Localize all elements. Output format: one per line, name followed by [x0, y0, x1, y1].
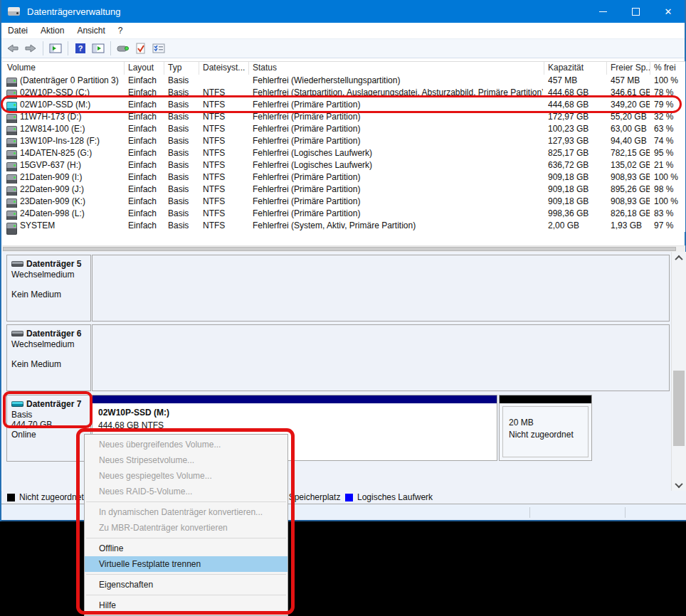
close-button[interactable]: ✕	[652, 0, 685, 23]
cell-layout: Einfach	[128, 87, 164, 99]
table-row[interactable]: 15GVP-637 (H:)EinfachBasisNTFSFehlerfrei…	[2, 159, 685, 171]
column-header-volume[interactable]: Volume	[2, 62, 125, 75]
menu-ansicht[interactable]: Ansicht	[70, 23, 111, 38]
cell-vol: SYSTEM	[20, 220, 123, 232]
cell-cap: 100,23 GB	[548, 123, 606, 135]
cell-typ: Basis	[168, 75, 199, 87]
cell-fs: NTFS	[203, 147, 248, 159]
device-icon[interactable]	[116, 41, 130, 55]
disk6-body[interactable]	[92, 324, 670, 391]
scroll-up-button[interactable]	[672, 252, 686, 264]
scroll-down-button[interactable]	[672, 479, 686, 491]
column-header-layout[interactable]: Layout	[125, 62, 164, 75]
cell-pct: 32 %	[654, 111, 685, 123]
menu-item[interactable]: Virtuelle Festplatte trennen	[85, 556, 287, 572]
column-header-prozent-frei[interactable]: % frei	[650, 62, 685, 75]
column-header-dateisystem[interactable]: Dateisyst...	[199, 62, 249, 75]
table-row[interactable]: 12W814-100 (E:)EinfachBasisNTFSFehlerfre…	[2, 123, 685, 135]
cell-typ: Basis	[168, 196, 199, 208]
chevron-down-icon	[675, 479, 682, 487]
cell-pct: 74 %	[654, 135, 685, 147]
back-icon[interactable]	[6, 41, 20, 55]
volume-list: (Datenträger 0 Partition 3)EinfachBasisF…	[2, 75, 685, 232]
table-row[interactable]: 02W10P-SSD (C:)EinfachBasisNTFSFehlerfre…	[2, 87, 685, 99]
table-row[interactable]: SYSTEMEinfachBasisNTFSFehlerfrei (System…	[2, 220, 685, 232]
primary-partition-strip	[93, 395, 497, 403]
legend-item: Nicht zugeordnet	[7, 493, 84, 501]
cell-typ: Basis	[168, 123, 199, 135]
disk7-unallocated[interactable]: 20 MB Nicht zugeordnet	[499, 395, 592, 461]
minimize-icon	[599, 11, 607, 12]
gray-disk-icon	[11, 331, 23, 336]
table-row[interactable]: 23Daten-909 (K:)EinfachBasisNTFSFehlerfr…	[2, 196, 685, 208]
cell-layout: Einfach	[128, 196, 164, 208]
column-header-freier-speicher[interactable]: Freier Sp...	[607, 62, 650, 75]
cell-vol: 14DATEN-825 (G:)	[20, 147, 123, 159]
toolbar-separator	[68, 41, 68, 55]
cell-status: Fehlerfrei (Wiederherstellungspartition)	[253, 75, 543, 87]
cell-pct: 21 %	[654, 159, 685, 171]
legend-label: Logisches Laufwerk	[357, 492, 433, 502]
cell-cap: 998,36 GB	[548, 208, 606, 220]
chevron-up-icon	[675, 255, 682, 262]
forward-icon[interactable]	[23, 41, 38, 55]
cell-cap: 825,17 GB	[548, 147, 606, 159]
cell-layout: Einfach	[128, 220, 164, 232]
cell-typ: Basis	[168, 220, 199, 232]
cell-typ: Basis	[168, 99, 199, 111]
vertical-scrollbar-thumb[interactable]	[673, 371, 685, 446]
horizontal-scrollbar[interactable]	[2, 245, 685, 252]
horizontal-scrollbar-thumb[interactable]	[3, 247, 676, 251]
cell-status: Fehlerfrei (Primäre Partition)	[253, 123, 543, 135]
table-row[interactable]: 14DATEN-825 (G:)EinfachBasisNTFSFehlerfr…	[2, 147, 685, 159]
cell-vol: 02W10P-SSD (M:)	[20, 99, 123, 111]
table-row[interactable]: 21Daten-909 (I:)EinfachBasisNTFSFehlerfr…	[2, 171, 685, 184]
cell-cap: 909,18 GB	[548, 171, 606, 184]
teal-disk-icon	[11, 401, 23, 407]
unallocated-strip	[500, 395, 591, 403]
console-tree-icon[interactable]	[48, 41, 63, 55]
cell-status: Fehlerfrei (Startpartition, Auslagerungs…	[253, 87, 543, 99]
cell-vol: 12W814-100 (E:)	[20, 123, 123, 135]
cell-vol: 11W7H-173 (D:)	[20, 111, 123, 123]
column-header-typ[interactable]: Typ	[164, 62, 199, 75]
properties-list-icon[interactable]	[152, 41, 166, 55]
vertical-scrollbar[interactable]	[671, 252, 686, 491]
menu-separator	[86, 538, 286, 538]
disk5-body[interactable]	[92, 255, 670, 322]
table-row[interactable]: 13W10P-Ins-128 (F:)EinfachBasisNTFSFehle…	[2, 135, 685, 147]
cell-pct: 95 %	[654, 147, 685, 159]
menu-hilfe[interactable]: ?	[112, 23, 130, 38]
table-row[interactable]: 11W7H-173 (D:)EinfachBasisNTFSFehlerfrei…	[2, 111, 685, 123]
cell-free: 55,20 GB	[611, 111, 650, 123]
menu-datei[interactable]: Datei	[1, 23, 34, 38]
maximize-button[interactable]	[619, 0, 652, 23]
menu-separator	[86, 501, 286, 502]
table-row[interactable]: 22Daten-909 (J:)EinfachBasisNTFSFehlerfr…	[2, 184, 685, 196]
cell-pct: 83 %	[654, 208, 685, 220]
menu-item[interactable]: Offline	[85, 541, 287, 556]
column-header-status[interactable]: Status	[249, 62, 544, 75]
toolbar-separator	[110, 41, 111, 55]
cell-typ: Basis	[168, 87, 199, 99]
disk5-header[interactable]: Datenträger 5 Wechselmedium Kein Medium	[6, 255, 91, 322]
cell-fs: NTFS	[203, 159, 248, 171]
menu-aktion[interactable]: Aktion	[34, 23, 70, 38]
table-row[interactable]: 02W10P-SSD (M:)EinfachBasisNTFSFehlerfre…	[2, 99, 685, 111]
disk6-header[interactable]: Datenträger 6 Wechselmedium Kein Medium	[6, 324, 91, 391]
menu-item[interactable]: Hilfe	[85, 598, 287, 613]
column-header-kapazitaet[interactable]: Kapazität	[544, 62, 607, 75]
minimize-button[interactable]	[586, 0, 619, 23]
cell-fs: NTFS	[203, 171, 248, 184]
disk7-header[interactable]: Datenträger 7 Basis 444,70 GB Online	[6, 395, 91, 462]
cell-layout: Einfach	[128, 159, 164, 171]
action-pane-icon[interactable]	[91, 41, 105, 55]
cell-pct: 97 %	[654, 220, 685, 232]
help-icon[interactable]: ?	[73, 41, 88, 55]
check-document-icon[interactable]	[134, 41, 148, 55]
table-row[interactable]: 24Daten-998 (L:)EinfachBasisNTFSFehlerfr…	[2, 208, 685, 220]
menu-item[interactable]: Eigenschaften	[85, 577, 287, 593]
toolbar-separator	[43, 41, 43, 55]
cell-status: Fehlerfrei (Logisches Laufwerk)	[253, 159, 543, 171]
table-row[interactable]: (Datenträger 0 Partition 3)EinfachBasisF…	[2, 75, 685, 87]
